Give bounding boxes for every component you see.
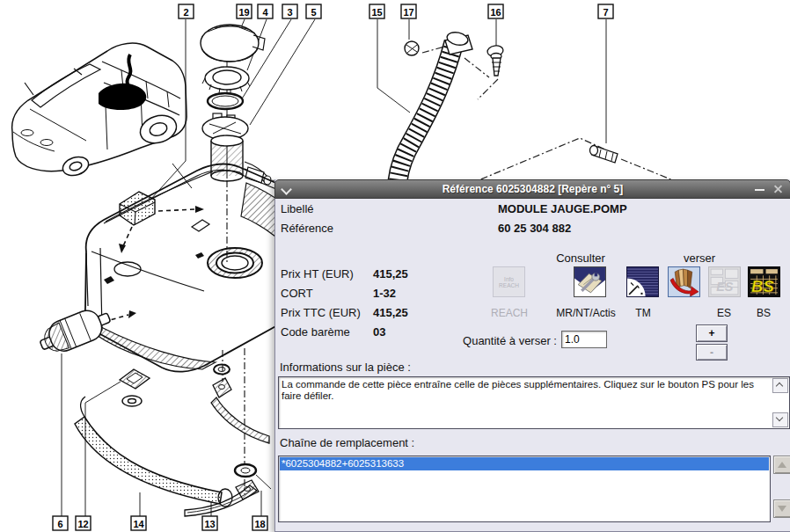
info-reach-icon: Info REACH <box>493 266 525 297</box>
minimize-icon <box>755 189 764 191</box>
van-sketch <box>12 43 192 188</box>
callout-14[interactable]: 14 <box>131 516 146 530</box>
quantity-input[interactable] <box>561 331 607 348</box>
callout-3[interactable]: 3 <box>282 4 297 18</box>
reference-label: Référence <box>281 222 333 235</box>
callout-12[interactable]: 12 <box>76 516 91 530</box>
spreadsheet-bs-icon: BS <box>748 266 780 297</box>
tm-label: TM <box>603 307 683 319</box>
list-scroll-down-button[interactable] <box>773 499 790 518</box>
quantity-increase-button[interactable]: + <box>696 324 728 342</box>
reach-label: REACH <box>470 307 549 319</box>
svg-text:5: 5 <box>311 7 316 18</box>
minimize-button[interactable] <box>753 183 766 195</box>
callout-18[interactable]: 18 <box>252 516 267 530</box>
part-info-label: Informations sur la pièce : <box>280 361 411 374</box>
consulter-header: Consulter <box>537 251 625 265</box>
svg-text:13: 13 <box>204 519 215 529</box>
callout-13[interactable]: 13 <box>202 516 217 530</box>
libelle-label: Libellé <box>281 202 314 215</box>
triangle-up-icon <box>778 462 786 468</box>
cort-label: CORT <box>281 287 313 300</box>
quantity-decrease-button[interactable]: - <box>696 344 728 361</box>
svg-text:4: 4 <box>262 7 268 18</box>
part-detail-dialog: Référence 6025304882 [Repère n° 5] Libel… <box>274 179 790 532</box>
svg-text:14: 14 <box>133 519 144 529</box>
svg-text:6: 6 <box>57 519 62 529</box>
callout-19[interactable]: 19 <box>237 4 252 18</box>
replacement-chain-listbox[interactable]: *6025304882+6025313633 <box>278 455 771 522</box>
svg-text:19: 19 <box>238 7 249 18</box>
screw-part <box>486 45 503 76</box>
prix-ttc-label: Prix TTC (EUR) <box>281 306 361 319</box>
cort-value: 1-32 <box>373 287 396 300</box>
foam-pad <box>120 192 155 225</box>
valve-part <box>590 146 618 164</box>
clamp-part <box>120 369 150 406</box>
quantity-label: Quantité à verser : <box>381 334 557 347</box>
prix-ttc-value: 415,25 <box>373 306 408 319</box>
reach-button[interactable]: Info REACH <box>493 266 525 297</box>
chevron-down-icon <box>776 414 783 421</box>
svg-text:2: 2 <box>183 7 188 18</box>
callout-6[interactable]: 6 <box>53 516 68 530</box>
verser-header: verser <box>655 251 743 265</box>
dialog-title: Référence 6025304882 [Repère n° 5] <box>275 180 790 198</box>
callout-7[interactable]: 7 <box>598 4 613 18</box>
tm-button[interactable] <box>626 266 659 297</box>
callout-2[interactable]: 2 <box>179 4 194 18</box>
svg-text:BS: BS <box>751 277 774 295</box>
svg-text:ES: ES <box>716 280 734 294</box>
gauge-icon <box>626 266 659 297</box>
svg-text:18: 18 <box>254 519 265 529</box>
triangle-down-icon <box>778 506 786 512</box>
svg-text:12: 12 <box>77 519 88 529</box>
bs-label: BS <box>724 307 790 319</box>
svg-text:7: 7 <box>603 7 608 18</box>
svg-text:3: 3 <box>287 7 292 18</box>
callout-16[interactable]: 16 <box>488 4 503 18</box>
book-arrow-icon <box>668 266 700 297</box>
libelle-value: MODULE JAUGE.POMP <box>498 202 627 215</box>
callout-5[interactable]: 5 <box>306 4 321 18</box>
part-info-textbox[interactable]: La commande de cette pièce entraîne cell… <box>278 376 790 429</box>
manual-wrench-icon <box>574 266 606 297</box>
info-scroll-up-button[interactable] <box>772 378 788 393</box>
prix-ht-label: Prix HT (EUR) <box>281 267 354 281</box>
newspaper-icon: ES <box>708 266 741 297</box>
part-info-text: La commande de cette pièce entraîne cell… <box>282 379 772 402</box>
mr-nt-actis-button[interactable] <box>574 266 606 297</box>
list-scroll-up-button[interactable] <box>773 455 790 474</box>
pump-module-exploded <box>201 25 271 185</box>
info-scroll-down-button[interactable] <box>772 412 788 427</box>
callout-17[interactable]: 17 <box>401 4 416 18</box>
prix-ht-value: 415,25 <box>373 267 408 281</box>
chevron-up-icon <box>776 383 783 390</box>
mounting-straps <box>75 365 269 517</box>
replacement-chain-item-selected[interactable]: *6025304882+6025313633 <box>280 457 769 470</box>
code-bareme-label: Code barème <box>281 325 350 339</box>
verser-button[interactable] <box>668 266 700 297</box>
bs-button[interactable]: BS <box>748 266 780 297</box>
dialog-titlebar[interactable]: Référence 6025304882 [Repère n° 5] <box>274 179 790 199</box>
es-button[interactable]: ES <box>708 266 741 297</box>
replacement-chain-label: Chaîne de remplacement : <box>280 436 414 449</box>
filler-hose <box>398 31 472 181</box>
callout-15[interactable]: 15 <box>369 4 384 18</box>
svg-text:17: 17 <box>403 7 413 18</box>
svg-text:16: 16 <box>490 7 501 18</box>
callout-4[interactable]: 4 <box>258 4 273 18</box>
svg-text:15: 15 <box>371 7 382 18</box>
close-button[interactable] <box>772 183 785 195</box>
reference-value: 60 25 304 882 <box>498 222 571 235</box>
